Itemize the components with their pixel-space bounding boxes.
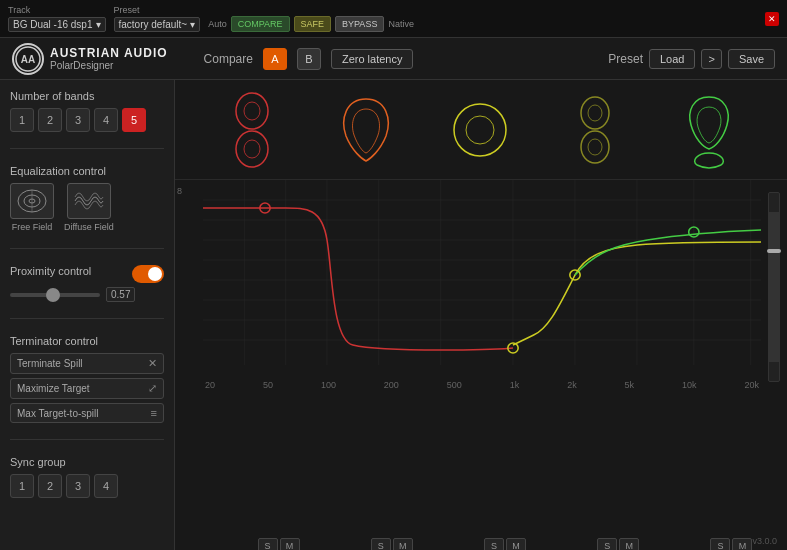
safe-button[interactable]: SAFE <box>294 16 332 32</box>
band-btn-5[interactable]: 5 <box>122 108 146 132</box>
version-label: v3.0.0 <box>752 536 777 546</box>
logo-area: AA AUSTRIAN AUDIO PolarDesigner <box>12 43 168 75</box>
svg-point-6 <box>236 93 268 129</box>
svg-point-9 <box>244 140 260 158</box>
db-labels: 8 <box>175 180 203 534</box>
header-controls: Compare A B Zero latency <box>204 48 414 70</box>
band-3-mute[interactable]: M <box>506 538 526 550</box>
save-button[interactable]: Save <box>728 49 775 69</box>
divider-3 <box>10 318 164 319</box>
eq-options: Free Field Diffuse Field <box>10 183 164 232</box>
svg-point-15 <box>588 139 602 155</box>
free-field-option[interactable]: Free Field <box>10 183 54 232</box>
graph-section: 8 <box>175 180 787 550</box>
v-slider-fill <box>769 212 779 362</box>
band-btn-1[interactable]: 1 <box>10 108 34 132</box>
free-field-icon <box>10 183 54 219</box>
polar-pattern-1[interactable] <box>217 90 287 170</box>
band-5-mute[interactable]: M <box>732 538 752 550</box>
polar-pattern-5[interactable] <box>675 90 745 170</box>
band-4-mute[interactable]: M <box>619 538 639 550</box>
title-bar: Track BG Dual -16 dsp1 ▾ Preset factory … <box>0 0 787 38</box>
divider-4 <box>10 439 164 440</box>
polar-pattern-3[interactable] <box>446 90 516 170</box>
svg-point-13 <box>581 131 609 163</box>
close-button[interactable]: ✕ <box>765 12 779 26</box>
proximity-title: Proximity control <box>10 265 91 277</box>
vertical-slider-area <box>765 184 783 530</box>
band-4-sm: S M <box>563 538 674 550</box>
diffuse-field-option[interactable]: Diffuse Field <box>64 183 114 232</box>
diffuse-field-label: Diffuse Field <box>64 222 114 232</box>
eq-graph-container: 20 50 100 200 500 1k 2k 5k 10k 20k <box>203 180 761 534</box>
sync-btn-2[interactable]: 2 <box>38 474 62 498</box>
bypass-button[interactable]: BYPASS <box>335 16 384 32</box>
native-label: Native <box>388 19 414 29</box>
band-1-mute[interactable]: M <box>280 538 300 550</box>
graph-row: 8 <box>175 180 787 534</box>
band-2-solo[interactable]: S <box>371 538 391 550</box>
terminate-spill-item[interactable]: Terminate Spill ✕ <box>10 353 164 374</box>
band-3-sm: S M <box>449 538 560 550</box>
polar-pattern-4[interactable] <box>560 90 630 170</box>
divider-2 <box>10 248 164 249</box>
band-sm-row: S M S M S M S M <box>203 538 787 550</box>
band-2-mute[interactable]: M <box>393 538 413 550</box>
left-panel: Number of bands 1 2 3 4 5 Equalization c… <box>0 80 175 550</box>
band-3-solo[interactable]: S <box>484 538 504 550</box>
ab-button-a[interactable]: A <box>263 48 287 70</box>
band-4-solo[interactable]: S <box>597 538 617 550</box>
polar-pattern-2[interactable] <box>332 90 402 170</box>
maximize-target-item[interactable]: Maximize Target ⤢ <box>10 378 164 399</box>
load-button[interactable]: Load <box>649 49 695 69</box>
logo-text: AUSTRIAN AUDIO PolarDesigner <box>50 46 168 71</box>
max-target-spill-icon: ≡ <box>151 407 157 419</box>
header-bar: AA AUSTRIAN AUDIO PolarDesigner Compare … <box>0 38 787 80</box>
product-name: PolarDesigner <box>50 60 168 71</box>
terminator-items: Terminate Spill ✕ Maximize Target ⤢ Max … <box>10 353 164 423</box>
toggle-knob <box>148 267 162 281</box>
proximity-slider[interactable] <box>10 293 100 297</box>
ab-button-b[interactable]: B <box>297 48 321 70</box>
svg-point-8 <box>244 102 260 120</box>
terminator-title: Terminator control <box>10 335 164 347</box>
logo-icon: AA <box>12 43 44 75</box>
maximize-target-icon: ⤢ <box>148 382 157 395</box>
main-container: Number of bands 1 2 3 4 5 Equalization c… <box>0 80 787 550</box>
proximity-slider-thumb[interactable] <box>46 288 60 302</box>
vertical-slider[interactable] <box>768 192 780 382</box>
sync-btn-3[interactable]: 3 <box>66 474 90 498</box>
preset-value-select[interactable]: factory default~ ▾ <box>114 17 201 32</box>
sync-btn-4[interactable]: 4 <box>94 474 118 498</box>
svg-point-11 <box>466 116 494 144</box>
preset-label: Preset <box>114 5 201 15</box>
compare-button[interactable]: COMPARE <box>231 16 290 32</box>
maximize-target-label: Maximize Target <box>17 383 90 394</box>
divider-1 <box>10 148 164 149</box>
proximity-toggle[interactable] <box>132 265 164 283</box>
sync-buttons: 1 2 3 4 <box>10 474 164 498</box>
chevron-button[interactable]: > <box>701 49 721 69</box>
polar-patterns-area <box>175 80 787 180</box>
band-btn-4[interactable]: 4 <box>94 108 118 132</box>
sync-btn-1[interactable]: 1 <box>10 474 34 498</box>
band-buttons-group: 1 2 3 4 5 <box>10 108 164 132</box>
band-5-solo[interactable]: S <box>710 538 730 550</box>
zero-latency-button[interactable]: Zero latency <box>331 49 414 69</box>
preset-area: Preset Load > Save <box>608 49 775 69</box>
v-slider-thumb[interactable] <box>767 249 781 253</box>
brand-name: AUSTRIAN AUDIO <box>50 46 168 60</box>
compare-label: Compare <box>204 52 253 66</box>
svg-point-14 <box>588 105 602 121</box>
track-value[interactable]: BG Dual -16 dsp1 ▾ <box>8 17 106 32</box>
band-btn-3[interactable]: 3 <box>66 108 90 132</box>
max-target-spill-item[interactable]: Max Target-to-spill ≡ <box>10 403 164 423</box>
band-btn-2[interactable]: 2 <box>38 108 62 132</box>
band-1-solo[interactable]: S <box>258 538 278 550</box>
max-target-spill-label: Max Target-to-spill <box>17 408 99 419</box>
proximity-header: Proximity control <box>10 265 164 283</box>
sync-title: Sync group <box>10 456 164 468</box>
svg-point-7 <box>236 131 268 167</box>
terminator-section: Terminator control Terminate Spill ✕ Max… <box>10 335 164 423</box>
svg-point-12 <box>581 97 609 129</box>
